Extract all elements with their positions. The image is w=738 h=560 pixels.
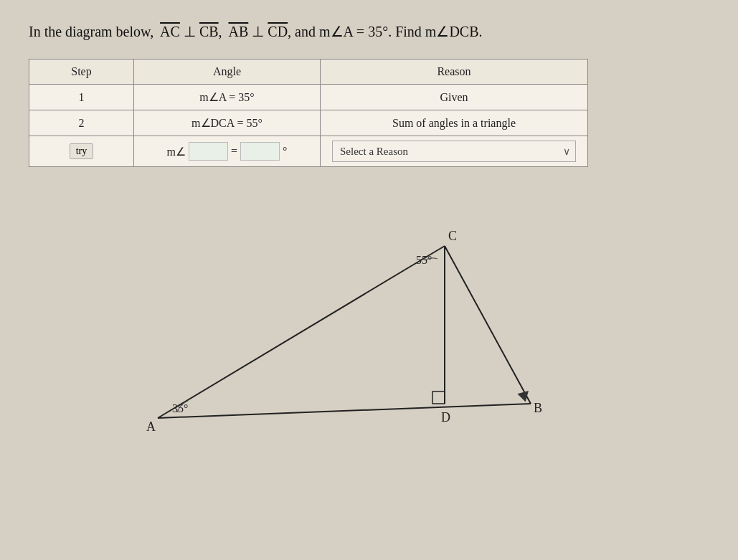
line-AB bbox=[158, 404, 531, 418]
reason-1: Given bbox=[321, 85, 588, 110]
table-row: 2 m∠DCA = 55° Sum of angles in a triangl… bbox=[29, 110, 588, 136]
col-header-angle: Angle bbox=[134, 60, 321, 85]
angle-input-group: m∠ = ° bbox=[167, 142, 288, 161]
angle-label: m∠ bbox=[167, 145, 186, 158]
equals-sign: = bbox=[231, 145, 237, 158]
segment-CB: CB bbox=[199, 24, 219, 39]
angle-2: m∠DCA = 55° bbox=[134, 110, 321, 136]
line-CB bbox=[445, 246, 531, 404]
geometry-diagram: A B C D 35° 55° bbox=[29, 181, 588, 454]
point-B-label: B bbox=[534, 401, 542, 415]
point-C-label: C bbox=[448, 229, 457, 243]
line-AC bbox=[158, 246, 445, 418]
reason-2: Sum of angles in a triangle bbox=[321, 110, 588, 136]
angle-name-input[interactable] bbox=[189, 142, 228, 161]
degree-symbol: ° bbox=[283, 145, 287, 158]
point-D-label: D bbox=[441, 410, 450, 424]
table-row: 1 m∠A = 35° Given bbox=[29, 85, 588, 110]
diagram-container: A B C D 35° 55° bbox=[29, 181, 588, 454]
try-row: try m∠ = ° Select a Reason G bbox=[29, 136, 588, 167]
col-header-step: Step bbox=[29, 60, 134, 85]
step-2: 2 bbox=[29, 110, 134, 136]
try-button-cell: try bbox=[29, 136, 134, 167]
angle-1: m∠A = 35° bbox=[134, 85, 321, 110]
try-button[interactable]: try bbox=[70, 143, 94, 159]
col-header-reason: Reason bbox=[321, 60, 588, 85]
right-angle-D bbox=[432, 391, 445, 404]
segment-AB: AB bbox=[229, 24, 249, 39]
point-A-label: A bbox=[146, 419, 156, 434]
try-reason-cell: Select a Reason Given Sum of angles in a… bbox=[321, 136, 588, 167]
angle-value-input[interactable] bbox=[240, 142, 280, 161]
segment-CD: CD bbox=[268, 24, 288, 39]
reason-select[interactable]: Select a Reason Given Sum of angles in a… bbox=[332, 141, 576, 162]
problem-statement: In the diagram below, AC ⊥ CB, AB ⊥ CD, … bbox=[29, 22, 709, 42]
proof-table: Step Angle Reason 1 m∠A = 35° Given 2 m∠… bbox=[29, 59, 588, 167]
segment-AC: AC bbox=[160, 24, 180, 39]
try-angle-cell: m∠ = ° bbox=[134, 136, 321, 167]
angle-C-label: 55° bbox=[416, 254, 432, 266]
angle-A-label: 35° bbox=[172, 402, 188, 414]
reason-select-wrapper: Select a Reason Given Sum of angles in a… bbox=[332, 141, 576, 162]
step-1: 1 bbox=[29, 85, 134, 110]
